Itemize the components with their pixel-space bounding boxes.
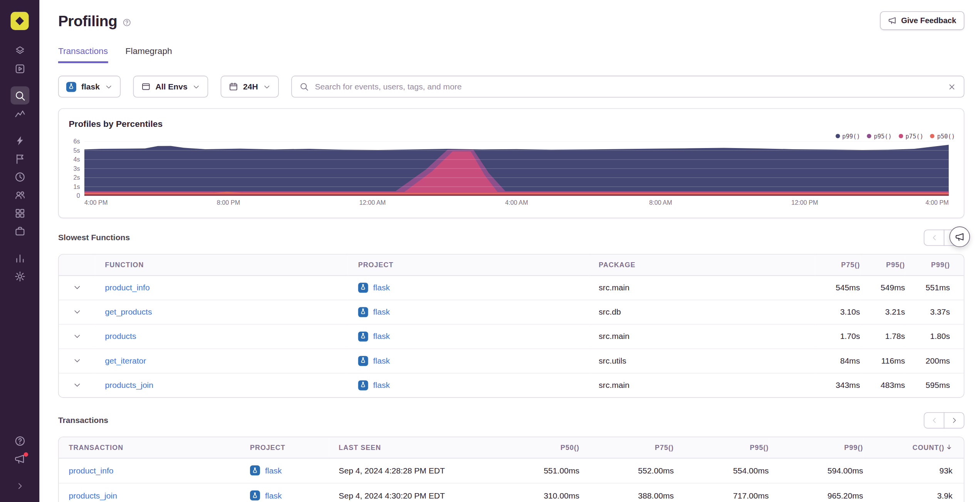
sidebar-item-settings[interactable] xyxy=(10,267,29,285)
chart-y-axis: 01s2s3s4s5s6s xyxy=(62,142,80,196)
column-header[interactable]: PROJECT xyxy=(348,254,589,275)
metric-value-cell: 310.00ms xyxy=(485,483,579,502)
column-header[interactable]: P95() xyxy=(860,254,905,275)
function-link[interactable]: product_info xyxy=(105,283,150,292)
question-circle-icon[interactable] xyxy=(122,18,131,27)
chevron-left-icon xyxy=(930,416,938,424)
sentry-logo[interactable] xyxy=(11,12,29,30)
sentry-logo-icon xyxy=(14,16,25,27)
column-header[interactable]: P99() xyxy=(769,437,863,458)
give-feedback-button[interactable]: Give Feedback xyxy=(880,11,964,30)
column-header[interactable]: LAST SEEN xyxy=(329,437,485,458)
sidebar-item-search[interactable] xyxy=(10,86,29,104)
sidebar-item-crons[interactable] xyxy=(10,222,29,240)
whats-new-button[interactable] xyxy=(10,450,29,468)
project-cell: flask xyxy=(240,465,329,475)
column-header[interactable]: COUNT() xyxy=(863,437,964,458)
prev-page-button[interactable] xyxy=(924,229,945,246)
chevron-down-icon xyxy=(73,357,81,365)
column-header[interactable]: PROJECT xyxy=(240,437,329,458)
search-bar[interactable] xyxy=(291,76,965,98)
sidebar-item-dashboards[interactable] xyxy=(10,204,29,222)
function-link[interactable]: products_join xyxy=(105,381,153,390)
search-input[interactable] xyxy=(315,82,941,91)
y-tick-label: 0 xyxy=(77,192,80,199)
flask-project-icon xyxy=(358,355,368,366)
column-header[interactable]: FUNCTION xyxy=(95,254,348,275)
flask-project-icon xyxy=(250,465,260,475)
function-link[interactable]: get_products xyxy=(105,307,152,317)
metric-value-cell: 549ms xyxy=(860,275,905,300)
floating-feedback-button[interactable] xyxy=(950,226,970,247)
sidebar-bottom xyxy=(10,432,29,495)
transaction-link[interactable]: products_join xyxy=(69,491,117,500)
column-header[interactable]: PACKAGE xyxy=(589,254,815,275)
expand-row-button[interactable] xyxy=(59,283,95,291)
y-tick-label: 4s xyxy=(74,156,80,163)
legend-item-p50[interactable]: p50() xyxy=(930,133,955,140)
legend-dot xyxy=(930,134,935,138)
help-button[interactable] xyxy=(10,432,29,450)
project-link[interactable]: flask xyxy=(373,356,390,365)
expand-row-button[interactable] xyxy=(59,308,95,316)
expand-row-button[interactable] xyxy=(59,381,95,389)
expand-row-button[interactable] xyxy=(59,332,95,340)
tab-flamegraph[interactable]: Flamegraph xyxy=(126,45,172,63)
metric-value-cell: 116ms xyxy=(860,349,905,373)
project-link[interactable]: flask xyxy=(265,491,282,500)
prev-page-button[interactable] xyxy=(924,412,945,428)
column-header[interactable]: P99() xyxy=(905,254,964,275)
flask-icon xyxy=(252,492,258,499)
sidebar xyxy=(0,0,39,502)
sidebar-item-projects[interactable] xyxy=(10,59,29,77)
function-link[interactable]: get_iterator xyxy=(105,356,146,365)
megaphone-icon xyxy=(888,16,897,25)
package-cell: src.main xyxy=(589,373,815,397)
slowest-functions-table: FUNCTIONPROJECTPACKAGEP75()P95()P99()pro… xyxy=(58,254,965,398)
sidebar-item-stats[interactable] xyxy=(10,249,29,267)
expand-row-button[interactable] xyxy=(59,357,95,365)
project-link[interactable]: flask xyxy=(373,307,390,317)
legend-item-p99[interactable]: p99() xyxy=(836,133,860,140)
transaction-link[interactable]: product_info xyxy=(69,466,113,475)
y-tick-label: 3s xyxy=(74,165,80,172)
chart-x-axis: 4:00 PM8:00 PM12:00 AM4:00 AM8:00 AM12:0… xyxy=(84,199,949,208)
column-header[interactable]: P50() xyxy=(485,437,579,458)
next-page-button[interactable] xyxy=(944,412,965,428)
search-icon xyxy=(14,90,25,101)
column-header[interactable]: P75() xyxy=(815,254,860,275)
column-header[interactable]: P75() xyxy=(579,437,674,458)
sidebar-item-metrics[interactable] xyxy=(10,104,29,123)
sidebar-item-releases[interactable] xyxy=(10,150,29,168)
sidebar-item-replays[interactable] xyxy=(10,168,29,186)
legend-item-p95[interactable]: p95() xyxy=(867,133,892,140)
project-link[interactable]: flask xyxy=(373,381,390,390)
date-range-selector[interactable]: 24H xyxy=(221,76,279,98)
function-link[interactable]: products xyxy=(105,332,136,341)
project-link[interactable]: flask xyxy=(373,283,390,292)
column-header[interactable]: TRANSACTION xyxy=(59,437,240,458)
project-selector[interactable]: flask xyxy=(58,76,121,98)
column-header[interactable]: P95() xyxy=(674,437,769,458)
metric-value-cell: 551.00ms xyxy=(485,458,579,483)
sidebar-item-issues[interactable] xyxy=(10,41,29,59)
expand-button[interactable] xyxy=(10,477,29,495)
dashboards-icon xyxy=(14,207,25,219)
environment-selector[interactable]: All Envs xyxy=(133,76,208,98)
chevron-down-icon xyxy=(73,332,81,340)
sidebar-item-performance[interactable] xyxy=(10,131,29,150)
sidebar-item-user-feedback[interactable] xyxy=(10,186,29,204)
notification-dot xyxy=(23,452,28,456)
metric-value-cell: 1.80s xyxy=(905,324,964,348)
tab-transactions[interactable]: Transactions xyxy=(58,45,108,63)
package-cell: src.main xyxy=(589,275,815,300)
project-link[interactable]: flask xyxy=(265,466,282,475)
table-row: get_iteratorflasksrc.utils84ms116ms200ms xyxy=(59,349,964,373)
legend-item-p75[interactable]: p75() xyxy=(899,133,923,140)
percentiles-area-chart[interactable] xyxy=(84,142,949,196)
stats-icon xyxy=(14,253,25,264)
expander-column-header xyxy=(59,254,95,275)
project-cell: flask xyxy=(348,307,589,317)
clear-search-icon[interactable] xyxy=(948,82,957,91)
project-link[interactable]: flask xyxy=(373,332,390,341)
